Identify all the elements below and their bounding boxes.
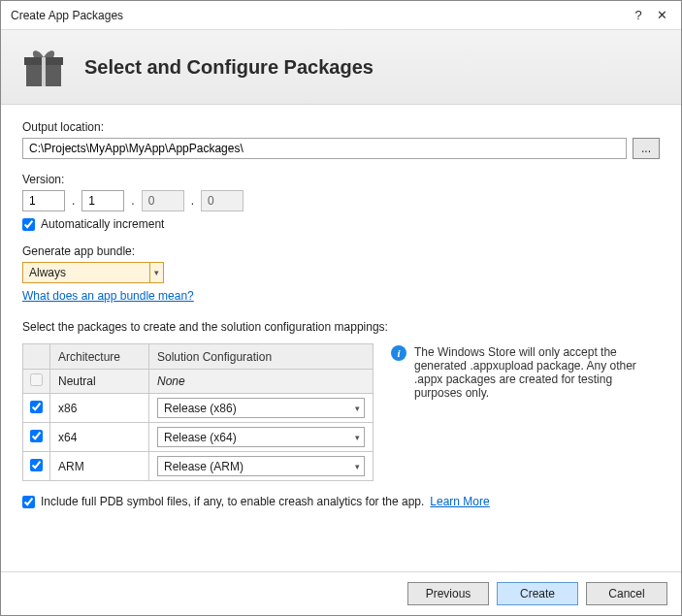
close-button[interactable]: ✕ (650, 8, 673, 22)
solution-combo[interactable]: Release (x64)▾ (157, 427, 365, 447)
table-row: x86Release (x86)▾ (23, 394, 373, 423)
solution-cell: Release (x86)▾ (149, 394, 373, 423)
include-pdb-checkbox[interactable] (22, 496, 35, 508)
pdb-learn-more-link[interactable]: Learn More (430, 495, 489, 508)
solution-cell: Release (x64)▾ (149, 423, 373, 452)
package-icon (20, 44, 67, 90)
create-button[interactable]: Create (497, 582, 578, 605)
packages-intro-label: Select the packages to create and the so… (22, 320, 660, 334)
bundle-combo[interactable]: Always ▾ (22, 262, 164, 283)
architecture-cell: x64 (50, 423, 149, 452)
col-solution: Solution Configuration (149, 344, 373, 370)
packages-table: Architecture Solution Configuration Neut… (22, 343, 373, 481)
version-major-input[interactable] (22, 190, 65, 211)
titlebar: Create App Packages ? ✕ (1, 1, 681, 30)
row-checkbox[interactable] (30, 373, 43, 386)
bundle-label: Generate app bundle: (22, 244, 660, 258)
table-row: NeutralNone (23, 370, 373, 394)
svg-rect-2 (42, 57, 46, 86)
version-revision-input (201, 190, 244, 211)
auto-increment-label: Automatically increment (41, 217, 164, 231)
chevron-down-icon: ▾ (355, 462, 360, 471)
wizard-footer: Previous Create Cancel (1, 571, 681, 615)
solution-combo[interactable]: Release (x86)▾ (157, 398, 365, 418)
bundle-combo-value: Always (29, 266, 66, 279)
solution-combo[interactable]: Release (ARM)▾ (157, 456, 365, 476)
packages-info-text: The Windows Store will only accept the g… (414, 345, 660, 400)
previous-button[interactable]: Previous (407, 582, 489, 605)
row-checkbox[interactable] (30, 401, 43, 413)
bundle-help-link[interactable]: What does an app bundle mean? (22, 289, 194, 303)
help-button[interactable]: ? (627, 8, 650, 22)
table-row: ARMRelease (ARM)▾ (23, 452, 373, 481)
content-area: Output location: ... Version: . . . Auto… (1, 105, 681, 571)
wizard-header: Select and Configure Packages (1, 30, 681, 105)
include-pdb-label: Include full PDB symbol files, if any, t… (41, 495, 424, 508)
chevron-down-icon: ▾ (149, 263, 159, 282)
auto-increment-checkbox[interactable] (22, 218, 35, 231)
version-minor-input[interactable] (81, 190, 124, 211)
solution-cell: None (149, 370, 373, 394)
window-title: Create App Packages (11, 9, 627, 22)
output-location-label: Output location: (22, 120, 660, 134)
chevron-down-icon: ▾ (355, 433, 360, 442)
output-location-input[interactable] (22, 138, 627, 159)
row-checkbox[interactable] (30, 430, 43, 442)
architecture-cell: x86 (50, 394, 149, 423)
architecture-cell: ARM (50, 452, 149, 481)
table-row: x64Release (x64)▾ (23, 423, 373, 452)
version-label: Version: (22, 173, 660, 186)
solution-cell: Release (ARM)▾ (149, 452, 373, 481)
architecture-cell: Neutral (50, 370, 149, 394)
packages-info: i The Windows Store will only accept the… (391, 343, 660, 400)
col-check (23, 344, 50, 370)
col-architecture: Architecture (50, 344, 149, 370)
browse-button[interactable]: ... (633, 138, 660, 159)
chevron-down-icon: ▾ (355, 404, 360, 413)
page-title: Select and Configure Packages (84, 56, 373, 79)
row-checkbox[interactable] (30, 459, 43, 471)
cancel-button[interactable]: Cancel (586, 582, 667, 605)
info-icon: i (391, 345, 406, 361)
version-build-input[interactable] (142, 190, 184, 211)
